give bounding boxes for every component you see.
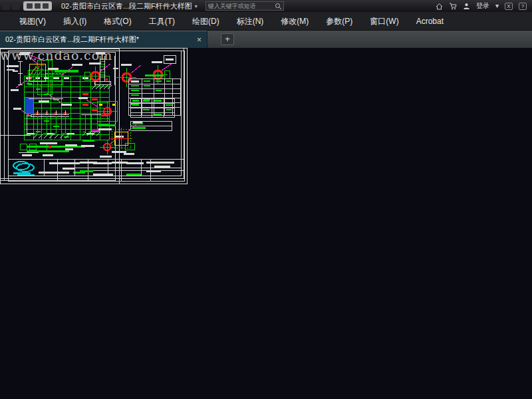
menu-item-window[interactable]: 窗口(W) bbox=[361, 12, 407, 31]
menu-item-insert[interactable]: 插入(I) bbox=[55, 12, 95, 31]
title-bar: 02-贵阳市白云区青...段二期F杆件大样图 ▾ bbox=[0, 0, 532, 12]
anchor-bolt-detail bbox=[13, 108, 69, 144]
workspace-icon[interactable] bbox=[12, 2, 20, 10]
menu-item-format[interactable]: 格式(O) bbox=[95, 12, 140, 31]
search-box[interactable] bbox=[205, 1, 284, 11]
parts-table-text bbox=[131, 80, 172, 110]
help-icon[interactable]: ? bbox=[519, 3, 527, 10]
document-title: 02-贵阳市白云区青...段二期F杆件大样图 bbox=[61, 1, 192, 11]
small-anchor-detail bbox=[81, 115, 101, 148]
file-tab-active[interactable]: 02-贵阳市白云区青...段二期F杆件大样图* × bbox=[0, 31, 207, 48]
menu-item-parametric[interactable]: 参数(P) bbox=[317, 12, 361, 31]
chevron-down-icon[interactable]: ▾ bbox=[195, 3, 198, 9]
search-input[interactable] bbox=[206, 3, 275, 9]
search-icon[interactable] bbox=[275, 3, 282, 10]
redo-icon[interactable] bbox=[43, 3, 49, 9]
drawing-canvas[interactable]: www.cndao.com bbox=[0, 48, 532, 399]
infocenter: 登录 ▾ X ? bbox=[436, 1, 527, 11]
close-icon[interactable]: × bbox=[197, 35, 201, 45]
base-plate-plan bbox=[110, 121, 142, 153]
autocad-window: 02-贵阳市白云区青...段二期F杆件大样图 ▾ bbox=[0, 0, 532, 399]
menu-item-draw[interactable]: 绘图(D) bbox=[184, 12, 228, 31]
menu-bar: 视图(V) 插入(I) 格式(O) 工具(T) 绘图(D) 标注(N) 修改(M… bbox=[0, 12, 532, 31]
table-title bbox=[145, 74, 164, 76]
menu-item-tools[interactable]: 工具(T) bbox=[140, 12, 184, 31]
menu-item-modify[interactable]: 修改(M) bbox=[272, 12, 317, 31]
menu-item-view[interactable]: 视图(V) bbox=[11, 12, 55, 31]
menu-item-acrobat[interactable]: Acrobat bbox=[408, 12, 452, 31]
watermark: www.cndao.com bbox=[0, 48, 112, 63]
drawing-sheet-right[interactable] bbox=[0, 48, 184, 179]
sheet-right-drawing bbox=[0, 48, 184, 179]
exchange-icon[interactable]: X bbox=[505, 3, 513, 10]
title-block bbox=[9, 160, 182, 176]
undo-icon[interactable] bbox=[35, 3, 41, 9]
signin-label[interactable]: 登录 bbox=[476, 1, 489, 11]
app-icon[interactable] bbox=[2, 2, 10, 10]
new-tab-button[interactable]: + bbox=[221, 33, 234, 45]
file-tab-bar: 02-贵阳市白云区青...段二期F杆件大样图* × + bbox=[0, 31, 532, 48]
cart-icon[interactable] bbox=[449, 3, 457, 10]
save-icon[interactable] bbox=[27, 3, 33, 9]
chevron-down-icon[interactable]: ▾ bbox=[495, 3, 499, 9]
quick-access-toolbar[interactable] bbox=[23, 1, 52, 11]
file-tab-label: 02-贵阳市白云区青...段二期F杆件大样图* bbox=[5, 35, 193, 45]
user-icon[interactable] bbox=[463, 3, 470, 10]
company-logo bbox=[13, 162, 29, 170]
parts-table-grid bbox=[129, 79, 181, 116]
menu-item-dimension[interactable]: 标注(N) bbox=[228, 12, 273, 31]
home-icon[interactable] bbox=[436, 3, 443, 10]
